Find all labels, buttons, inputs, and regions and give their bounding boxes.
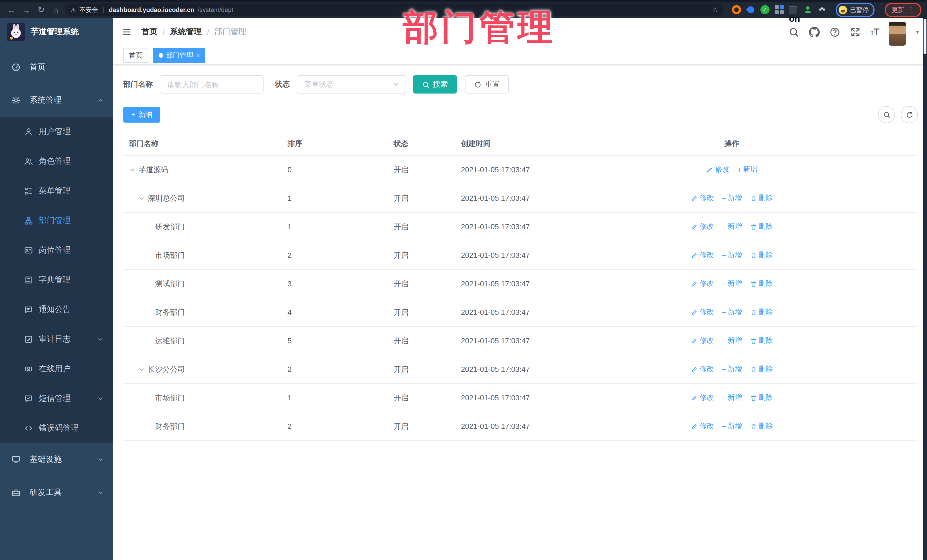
avatar-caret-down-icon[interactable]: ▾: [916, 28, 919, 36]
table-row[interactable]: 深圳总公司 1 开启 2021-01-05 17:03:47 修改 +新增 删除: [123, 184, 918, 213]
security-label[interactable]: 不安全: [79, 5, 98, 14]
delete-link[interactable]: 删除: [750, 250, 773, 260]
sidebar-item-infrastructure[interactable]: 基础设施: [0, 443, 113, 476]
delete-link[interactable]: 删除: [750, 422, 773, 431]
sidebar-item-menus[interactable]: 菜单管理: [0, 176, 113, 206]
browser-profile-chip[interactable]: 已暂停: [836, 3, 874, 17]
delete-link[interactable]: 删除: [750, 222, 773, 232]
add-child-link[interactable]: +新增: [722, 364, 742, 374]
delete-link[interactable]: 删除: [750, 364, 773, 374]
extension-person-icon[interactable]: [803, 5, 812, 14]
extensions-puzzle-icon[interactable]: [818, 5, 827, 14]
table-row[interactable]: 市场部门 2 开启 2021-01-05 17:03:47 修改 +新增 删除: [123, 241, 918, 270]
extension-adblock-icon[interactable]: on: [789, 5, 798, 14]
font-size-icon[interactable]: TT: [870, 27, 879, 36]
extension-ring-icon[interactable]: [732, 5, 741, 14]
scrollbar[interactable]: [923, 18, 927, 560]
edit-link[interactable]: 修改: [691, 393, 714, 403]
browser-home-icon[interactable]: ⌂: [50, 5, 62, 15]
edit-link[interactable]: 修改: [707, 165, 729, 175]
edit-link[interactable]: 修改: [691, 307, 714, 317]
edit-link[interactable]: 修改: [691, 222, 714, 232]
add-child-link[interactable]: +新增: [737, 165, 758, 175]
sidebar-item-posts[interactable]: 岗位管理: [0, 235, 113, 265]
delete-link[interactable]: 删除: [750, 307, 773, 317]
delete-link[interactable]: 删除: [750, 193, 773, 203]
add-child-link[interactable]: +新增: [722, 222, 742, 232]
table-row[interactable]: 运维部门 5 开启 2021-01-05 17:03:47 修改 +新增 删除: [123, 327, 918, 355]
tab-home[interactable]: 首页: [123, 48, 148, 63]
sidebar-item-audit-log[interactable]: 审计日志: [0, 325, 113, 354]
sidebar-item-notice[interactable]: 通知公告: [0, 295, 113, 325]
tab-dept-management[interactable]: 部门管理 ×: [153, 48, 206, 63]
table-row[interactable]: 测试部门 3 开启 2021-01-05 17:03:47 修改 +新增 删除: [123, 270, 918, 298]
edit-link[interactable]: 修改: [691, 193, 714, 203]
dept-name-input[interactable]: [160, 75, 264, 94]
sidebar-item-users[interactable]: 用户管理: [0, 117, 113, 147]
browser-back-icon[interactable]: ←: [6, 5, 17, 15]
refresh-table-button[interactable]: [901, 106, 918, 123]
search-button[interactable]: 搜索: [413, 75, 457, 94]
user-avatar[interactable]: [889, 22, 906, 46]
edit-link[interactable]: 修改: [691, 336, 714, 346]
breadcrumb-home[interactable]: 首页: [141, 27, 158, 37]
browser-forward-icon[interactable]: →: [21, 5, 32, 15]
sidebar-item-dict[interactable]: 字典管理: [0, 265, 113, 295]
breadcrumb-system[interactable]: 系统管理: [170, 27, 202, 37]
close-tab-icon[interactable]: ×: [196, 49, 200, 62]
table-row[interactable]: 财务部门 2 开启 2021-01-05 17:03:47 修改 +新增 删除: [123, 412, 918, 441]
delete-link[interactable]: 删除: [750, 393, 773, 403]
sidebar-item-error-codes[interactable]: 错误码管理: [0, 413, 113, 443]
sidebar-item-home[interactable]: 首页: [0, 51, 113, 84]
scrollbar-thumb[interactable]: [924, 19, 926, 54]
bookmark-star-icon[interactable]: ☆: [712, 6, 718, 14]
app-logo: [7, 23, 25, 41]
sidebar-item-roles[interactable]: 角色管理: [0, 147, 113, 176]
status-label: 状态: [275, 79, 290, 90]
add-child-link[interactable]: +新增: [722, 193, 742, 203]
add-child-link[interactable]: +新增: [722, 336, 742, 346]
github-icon[interactable]: [808, 27, 819, 37]
toggle-search-button[interactable]: [878, 106, 895, 123]
table-row[interactable]: 研发部门 1 开启 2021-01-05 17:03:47 修改 +新增 删除: [123, 213, 918, 241]
add-child-link[interactable]: +新增: [722, 250, 742, 260]
expand-caret-icon[interactable]: [138, 195, 145, 202]
expand-caret-icon[interactable]: [138, 366, 145, 373]
add-child-link[interactable]: +新增: [722, 307, 742, 317]
add-button[interactable]: +新增: [123, 107, 160, 123]
table-row[interactable]: 长沙分公司 2 开启 2021-01-05 17:03:47 修改 +新增 删除: [123, 355, 918, 384]
delete-link[interactable]: 删除: [750, 279, 773, 288]
app-logo-row[interactable]: 芋道管理系统: [0, 18, 113, 46]
delete-link[interactable]: 删除: [750, 336, 773, 346]
edit-link[interactable]: 修改: [691, 364, 714, 374]
hamburger-icon[interactable]: [121, 27, 132, 36]
browser-update-button[interactable]: 更新 ⋮: [885, 3, 921, 17]
edit-link[interactable]: 修改: [691, 250, 714, 260]
edit-link[interactable]: 修改: [691, 279, 714, 288]
sidebar-item-departments[interactable]: 部门管理: [0, 206, 113, 235]
add-child-link[interactable]: +新增: [722, 393, 742, 403]
search-icon[interactable]: [788, 27, 799, 37]
browser-menu-icon[interactable]: ⋮: [907, 6, 915, 14]
sidebar-item-online-users[interactable]: 在线用户: [0, 354, 113, 384]
sidebar-item-dev-tools[interactable]: 研发工具: [0, 476, 113, 509]
reset-button[interactable]: 重置: [465, 75, 509, 94]
address-bar[interactable]: ⚠ 不安全 | dashboard.yudao.iocoder.cn /syst…: [65, 3, 724, 16]
table-row[interactable]: 芋道源码 0 开启 2021-01-05 17:03:47 修改 +新增: [123, 156, 918, 184]
user-icon: [24, 127, 33, 136]
expand-caret-icon[interactable]: [129, 166, 136, 173]
fullscreen-icon[interactable]: [850, 27, 860, 37]
help-icon[interactable]: [829, 27, 840, 37]
status-select[interactable]: 菜单状态: [296, 75, 406, 94]
sidebar-item-sms[interactable]: 短信管理: [0, 384, 113, 413]
extension-grid-icon[interactable]: [775, 5, 784, 14]
edit-link[interactable]: 修改: [691, 422, 714, 431]
extension-check-icon[interactable]: ✓: [760, 5, 769, 14]
browser-reload-icon[interactable]: ↻: [35, 5, 47, 15]
add-child-link[interactable]: +新增: [722, 279, 742, 288]
extension-drop-icon[interactable]: [746, 5, 755, 14]
table-row[interactable]: 市场部门 1 开启 2021-01-05 17:03:47 修改 +新增 删除: [123, 384, 918, 412]
add-child-link[interactable]: +新增: [722, 422, 742, 431]
sidebar-item-system[interactable]: 系统管理: [0, 84, 113, 117]
table-row[interactable]: 财务部门 4 开启 2021-01-05 17:03:47 修改 +新增 删除: [123, 298, 918, 327]
